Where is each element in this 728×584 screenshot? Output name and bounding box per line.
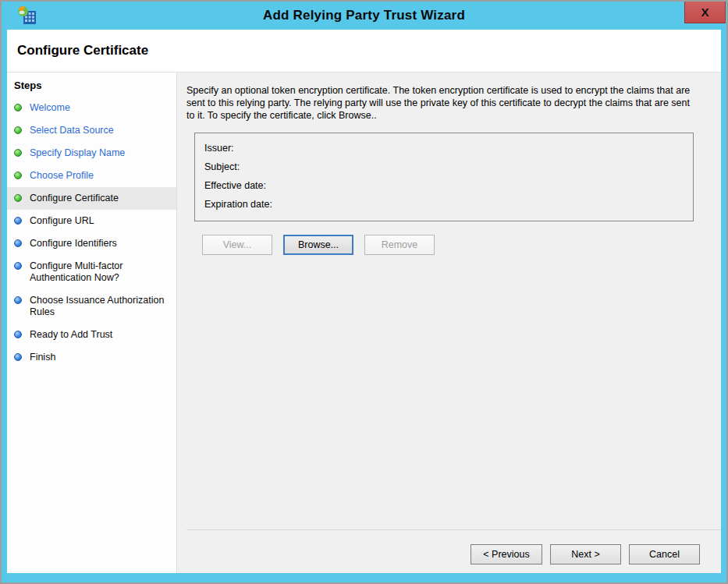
step-completed-icon: [14, 149, 22, 157]
step-label: Specify Display Name: [30, 147, 125, 159]
cancel-button[interactable]: Cancel: [629, 544, 700, 565]
sidebar-item-ready-to-add-trust: Ready to Add Trust: [7, 324, 176, 346]
certificate-issuer-label: Issuer:: [204, 139, 684, 158]
certificate-expiration-date-label: Expiration date:: [204, 195, 684, 214]
step-label: Choose Profile: [30, 170, 94, 182]
header-band: Configure Certificate: [7, 30, 721, 72]
sidebar-item-select-data-source[interactable]: Select Data Source: [7, 119, 176, 142]
step-label: Finish: [30, 352, 55, 363]
step-pending-icon: [14, 353, 22, 361]
step-pending-icon: [14, 262, 22, 270]
browse-button[interactable]: Browse...: [283, 235, 353, 255]
step-completed-icon: [14, 126, 22, 134]
sidebar-item-configure-certificate: Configure Certificate: [7, 187, 176, 210]
step-pending-icon: [14, 331, 22, 338]
view-button: View...: [202, 235, 272, 255]
steps-list: Welcome Select Data Source Specify Displ…: [7, 97, 176, 369]
step-label: Configure URL: [30, 215, 94, 227]
sidebar-item-specify-display-name[interactable]: Specify Display Name: [7, 142, 176, 165]
step-label: Configure Certificate: [30, 193, 119, 204]
wizard-window: Add Relying Party Trust Wizard X Configu…: [0, 0, 728, 584]
step-label: Configure Identifiers: [30, 238, 117, 250]
adfs-app-icon: [17, 5, 37, 26]
titlebar: Add Relying Party Trust Wizard X: [2, 2, 726, 30]
page-title: Configure Certificate: [17, 43, 148, 58]
step-completed-icon: [14, 104, 22, 111]
previous-button[interactable]: < Previous: [471, 544, 542, 565]
page-description: Specify an optional token encryption cer…: [186, 84, 694, 122]
steps-sidebar: Steps Welcome Select Data Source Specify…: [7, 73, 176, 573]
step-pending-icon: [14, 239, 22, 247]
step-label: Configure Multi-factor Authentication No…: [30, 260, 172, 284]
certificate-subject-label: Subject:: [204, 158, 684, 176]
content-area: Steps Welcome Select Data Source Specify…: [7, 72, 721, 573]
step-label: Ready to Add Trust: [30, 329, 112, 341]
sidebar-item-choose-profile[interactable]: Choose Profile: [7, 165, 176, 187]
sidebar-item-configure-identifiers: Configure Identifiers: [7, 232, 176, 255]
step-label: Select Data Source: [30, 125, 114, 136]
sidebar-item-configure-url: Configure URL: [7, 210, 176, 232]
close-button[interactable]: X: [684, 2, 726, 23]
sidebar-item-finish: Finish: [7, 346, 176, 369]
next-button[interactable]: Next >: [550, 544, 621, 565]
main-panel: Specify an optional token encryption cer…: [176, 73, 721, 573]
certificate-actions: View... Browse... Remove: [202, 235, 721, 255]
wizard-footer: < Previous Next > Cancel: [186, 529, 721, 573]
step-label: Welcome: [30, 102, 70, 114]
window-title: Add Relying Party Trust Wizard: [2, 8, 726, 23]
sidebar-item-configure-mfa: Configure Multi-factor Authentication No…: [7, 255, 176, 289]
window-body: Configure Certificate Steps Welcome Sele…: [7, 30, 721, 573]
step-completed-icon: [14, 194, 22, 202]
step-completed-icon: [14, 172, 22, 179]
sidebar-item-choose-issuance-rules: Choose Issuance Authorization Rules: [7, 289, 176, 324]
step-pending-icon: [14, 217, 22, 225]
remove-button: Remove: [364, 235, 435, 255]
steps-heading: Steps: [7, 76, 176, 97]
certificate-details-box: Issuer: Subject: Effective date: Expirat…: [194, 133, 694, 221]
certificate-effective-date-label: Effective date:: [204, 176, 684, 195]
step-label: Choose Issuance Authorization Rules: [30, 295, 172, 318]
step-pending-icon: [14, 296, 22, 304]
sidebar-item-welcome[interactable]: Welcome: [7, 97, 176, 119]
